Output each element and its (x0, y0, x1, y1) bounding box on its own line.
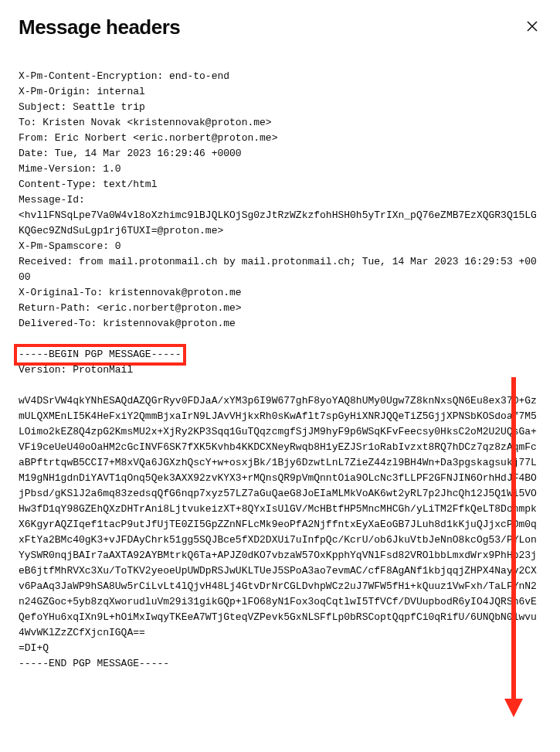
header-line: Date: Tue, 14 Mar 2023 16:29:46 +0000 (19, 148, 242, 159)
header-line: X-Pm-Content-Encryption: end-to-end (19, 70, 229, 82)
header-line: Mime-Version: 1.0 (19, 163, 121, 175)
pgp-begin-highlight: -----BEGIN PGP MESSAGE----- (14, 344, 186, 366)
dialog-header: Message headers (19, 15, 541, 39)
header-line: Return-Path: <eric.norbert@proton.me> (19, 302, 242, 314)
header-line: <hvllFNSqLpe7Va0W4vl8oXzhimc9lBJQLKOjSg0… (19, 209, 537, 236)
header-line: From: Eric Norbert <eric.norbert@proton.… (19, 132, 277, 144)
headers-content: X-Pm-Content-Encryption: end-to-end X-Pm… (19, 53, 541, 672)
header-line: X-Original-To: kristennovak@proton.me (19, 287, 242, 298)
pgp-body: wV4DSrVW4qkYNhESAQdAZQGrRyv0FDJaA/xYM3p6… (19, 395, 537, 638)
svg-marker-1 (504, 699, 523, 717)
header-line: Message-Id: (19, 194, 85, 206)
header-line: Subject: Seattle trip (19, 101, 145, 113)
close-button[interactable] (523, 17, 541, 38)
dialog-title: Message headers (19, 15, 180, 39)
header-line: To: Kristen Novak <kristennovak@proton.m… (19, 117, 272, 128)
pgp-begin-line: -----BEGIN PGP MESSAGE----- (19, 349, 182, 360)
pgp-checksum-line: =DI+Q (19, 642, 49, 654)
close-icon (526, 20, 538, 32)
header-line: Content-Type: text/html (19, 179, 157, 190)
header-line: Delivered-To: kristennovak@proton.me (19, 318, 236, 329)
header-line: X-Pm-Spamscore: 0 (19, 240, 121, 252)
message-headers-dialog: Message headers X-Pm-Content-Encryption:… (0, 0, 560, 687)
blank-line (19, 378, 541, 393)
header-line: X-Pm-Origin: internal (19, 86, 145, 97)
pgp-end-line: -----END PGP MESSAGE----- (19, 658, 169, 669)
header-line: Received: from mail.protonmail.ch by mai… (19, 256, 537, 283)
pgp-version-line: Version: ProtonMail (19, 364, 133, 376)
